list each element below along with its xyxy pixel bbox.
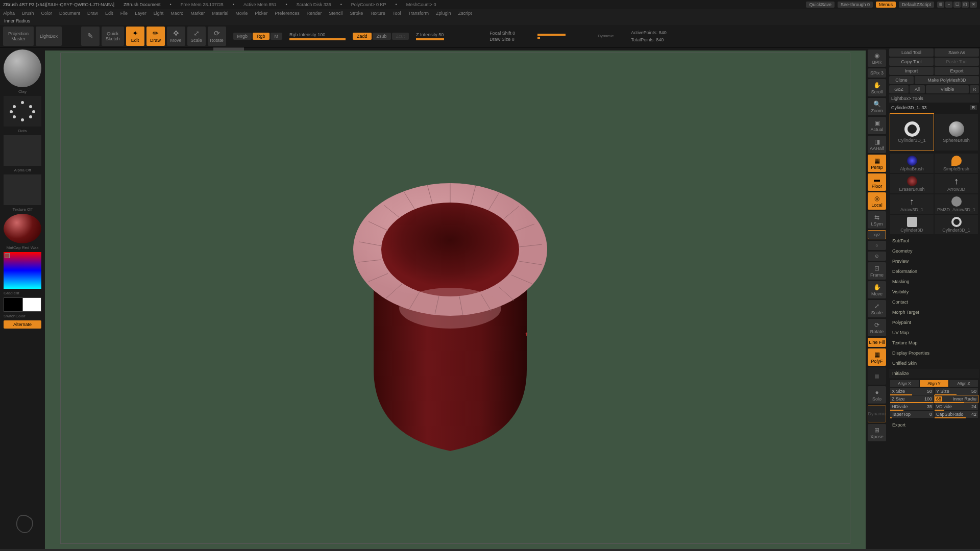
restore-icon[interactable]: ◱ [962, 2, 969, 8]
transp-button[interactable]: ⊙ [868, 252, 886, 261]
tapertop-slider[interactable]: TaperTop0 [890, 411, 934, 418]
tool-thumb[interactable]: SimpleBrush [935, 154, 978, 173]
m-button[interactable]: M [271, 33, 283, 40]
tool-thumb[interactable]: Cylinder3D [890, 215, 934, 234]
menu-item[interactable]: Layer [135, 11, 146, 16]
scroll-button[interactable]: ✋Scroll [868, 79, 886, 96]
menu-item[interactable]: Zscript [458, 11, 472, 16]
menu-item[interactable]: Brush [22, 11, 34, 16]
dynamic-toggle[interactable]: Dynamic [598, 34, 614, 38]
goz-all-button[interactable]: All [910, 85, 925, 93]
menu-item[interactable]: Texture [370, 11, 385, 16]
palette-display[interactable]: Display Properties [889, 348, 979, 358]
script-button[interactable]: DefaultZScript [899, 2, 934, 8]
save-as-button[interactable]: Save As [935, 48, 979, 57]
rotate-nav-button[interactable]: ⟳Rotate [868, 319, 886, 336]
ysize-slider[interactable]: Y Size50 [935, 388, 978, 395]
menu-item[interactable]: Color [41, 11, 53, 16]
menu-item[interactable]: Tool [393, 11, 401, 16]
palette-unified[interactable]: Unified Skin [889, 359, 979, 368]
local-button[interactable]: ◎Local [868, 192, 886, 210]
palette-subtool[interactable]: SubTool [889, 236, 979, 245]
polyf-button[interactable]: ▦PolyF [868, 348, 886, 366]
zsub-button[interactable]: Zsub [373, 33, 391, 40]
menu-item[interactable]: Picker [255, 11, 267, 16]
import-button[interactable]: Import [889, 67, 934, 75]
tool-r-button[interactable]: R [970, 105, 977, 110]
align-x-button[interactable]: Align X [890, 380, 919, 387]
palette-uvmap[interactable]: UV Map [889, 328, 979, 337]
min-icon[interactable]: − [945, 2, 952, 8]
lsym-button[interactable]: ⇆LSym [868, 211, 886, 229]
max-icon[interactable]: ☐ [953, 2, 961, 8]
zcut-button[interactable]: Zcut [392, 33, 409, 40]
palette-visibility[interactable]: Visibility [889, 287, 979, 296]
palette-morph[interactable]: Morph Target [889, 308, 979, 317]
z-intensity-slider[interactable] [416, 38, 472, 40]
brush-preview[interactable] [4, 49, 41, 87]
dynamic-button[interactable]: Dynamic [868, 405, 886, 422]
draw-button[interactable]: ✏Draw [146, 27, 165, 46]
color-picker[interactable] [4, 252, 41, 289]
align-y-button[interactable]: Align Y [920, 380, 948, 387]
tool-thumb[interactable]: PM3D_Arrow3D_1 [935, 194, 978, 214]
palette-geometry[interactable]: Geometry [889, 246, 979, 256]
canvas[interactable]: + [45, 47, 866, 549]
floor-button[interactable]: ▬Floor [868, 173, 886, 191]
menu-item[interactable]: Stroke [350, 11, 363, 16]
stroke-preview[interactable] [4, 96, 41, 127]
close-icon[interactable]: ✕ [970, 2, 977, 8]
menu-item[interactable]: Movie [235, 11, 248, 16]
tool-thumb[interactable]: AlphaBrush [890, 154, 934, 173]
paste-tool-button[interactable]: Paste Tool [935, 58, 979, 66]
menu-item[interactable]: Transform [408, 11, 429, 16]
zoom-button[interactable]: 🔍Zoom [868, 98, 886, 115]
menu-item[interactable]: Light [154, 11, 164, 16]
rgb-intensity-slider[interactable] [289, 38, 346, 40]
canvas-scrollbar[interactable] [45, 47, 866, 51]
ghost-button[interactable]: ○ [868, 241, 886, 250]
palette-polypaint[interactable]: Polypaint [889, 318, 979, 327]
texture-slot[interactable] [4, 174, 41, 205]
alpha-slot[interactable] [4, 135, 41, 166]
export-button[interactable]: Export [935, 67, 979, 75]
menu-item[interactable]: Draw [87, 11, 98, 16]
menu-item[interactable]: Render [307, 11, 322, 16]
frame-button[interactable]: ⊡Frame [868, 262, 886, 280]
scale-button[interactable]: ⤢Scale [187, 27, 206, 46]
linefill-button[interactable]: Line Fill [868, 338, 886, 347]
hdivide-slider[interactable]: HDivide35 [890, 403, 934, 410]
actual-button[interactable]: ▣Actual [868, 117, 886, 134]
xyz-button[interactable]: xyz [868, 230, 886, 239]
scale-nav-button[interactable]: ⤢Scale [868, 300, 886, 317]
tool-thumb[interactable]: ↑Arrow3D [935, 174, 978, 193]
inner-radius-slider[interactable]: 68Inner Radiu [935, 395, 978, 403]
vdivide-slider[interactable]: VDivide24 [935, 403, 978, 410]
menu-item[interactable]: Macro [170, 11, 183, 16]
palette-masking[interactable]: Masking [889, 277, 979, 286]
goz-button[interactable]: GoZ [889, 85, 909, 93]
menu-item[interactable]: Alpha [3, 11, 15, 16]
projection-master-button[interactable]: Projection Master [3, 27, 34, 46]
palette-initialize[interactable]: Initialize [889, 369, 979, 378]
goz-r-button[interactable]: R [970, 85, 979, 93]
solo-button[interactable]: ●Solo [868, 386, 886, 404]
copy-tool-button[interactable]: Copy Tool [889, 58, 934, 66]
rgb-button[interactable]: Rgb [253, 33, 270, 40]
zsize-slider[interactable]: Z Size100 [890, 395, 934, 403]
lightbox-tools-button[interactable]: Lightbox> Tools [889, 94, 979, 103]
xsize-slider[interactable]: X Size50 [890, 388, 934, 395]
palette-deformation[interactable]: Deformation [889, 267, 979, 276]
quicksave-button[interactable]: QuickSave [806, 2, 835, 8]
palette-export[interactable]: Export [889, 420, 979, 430]
material-preview[interactable] [4, 214, 41, 243]
menu-item[interactable]: Document [59, 11, 80, 16]
mrgb-button[interactable]: Mrgb [233, 33, 252, 40]
menu-item[interactable]: Edit [105, 11, 113, 16]
align-z-button[interactable]: Align Z [949, 380, 978, 387]
palette-preview[interactable]: Preview [889, 257, 979, 266]
zadd-button[interactable]: Zadd [353, 33, 372, 40]
menu-item[interactable]: Preferences [275, 11, 300, 16]
move-button[interactable]: ✥Move [167, 27, 185, 46]
edit-button[interactable]: ✦Edit [126, 27, 144, 46]
